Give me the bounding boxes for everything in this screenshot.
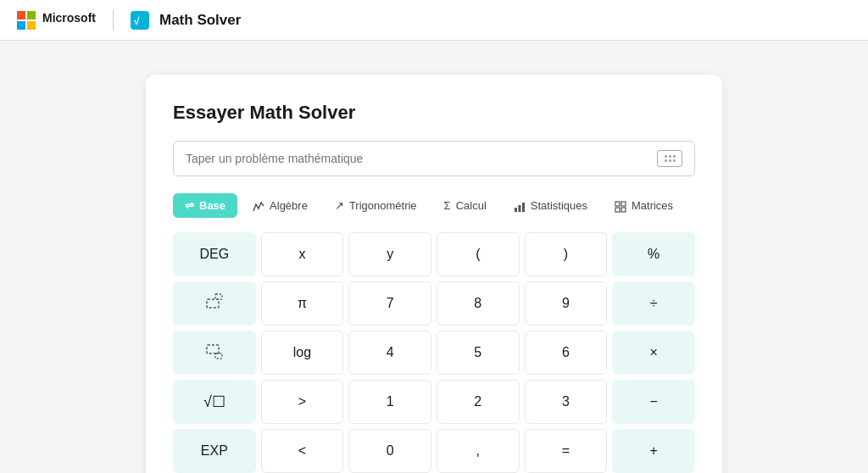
btn-9[interactable]: 9 (525, 281, 608, 326)
svg-rect-3 (27, 21, 36, 30)
btn-comma[interactable]: , (437, 429, 520, 473)
math-input-row (173, 141, 695, 176)
tab-base-icon: ⇌ (185, 199, 194, 212)
btn-y[interactable]: y (348, 232, 431, 276)
btn-percent[interactable]: % (612, 232, 695, 276)
btn-percent-label: % (648, 247, 659, 262)
tab-algebre-icon (253, 199, 264, 213)
svg-rect-10 (615, 208, 620, 212)
tab-base-label: Base (199, 199, 225, 212)
btn-close-paren-label: ) (564, 247, 568, 262)
svg-rect-2 (17, 21, 25, 30)
tab-trigo[interactable]: ↗ Trigonométrie (323, 193, 429, 218)
tab-stats-icon (514, 199, 526, 213)
btn-open-paren[interactable]: ( (437, 232, 520, 276)
btn-equals[interactable]: = (525, 429, 608, 473)
svg-rect-8 (615, 202, 620, 206)
btn-divide[interactable]: ÷ (612, 281, 695, 326)
btn-1-label: 1 (387, 394, 394, 409)
btn-log-label: log (293, 345, 311, 360)
app-title: Math Solver (159, 12, 241, 29)
svg-text:√: √ (134, 15, 140, 27)
btn-plus-label: + (649, 443, 657, 459)
svg-rect-6 (518, 205, 520, 212)
tab-caract[interactable]: ⚙ Caract (688, 193, 695, 218)
btn-subscript[interactable] (173, 331, 256, 375)
btn-minus[interactable]: − (612, 380, 695, 424)
btn-exp[interactable]: EXP (173, 429, 256, 473)
btn-0-label: 0 (387, 443, 394, 459)
tab-stats[interactable]: Statistiques (502, 193, 599, 219)
tab-matrices-label: Matrices (632, 199, 673, 212)
btn-lt-label: < (298, 443, 306, 459)
svg-rect-14 (207, 345, 219, 353)
btn-7[interactable]: 7 (348, 281, 431, 326)
btn-sqrt[interactable]: √☐ (173, 380, 256, 424)
btn-open-paren-label: ( (476, 247, 480, 262)
microsoft-label: Microsoft (42, 11, 96, 30)
svg-rect-1 (27, 11, 36, 19)
btn-4[interactable]: 4 (348, 331, 431, 375)
keyboard-toggle-button[interactable] (657, 150, 682, 167)
btn-pi[interactable]: π (261, 281, 344, 326)
svg-rect-0 (17, 11, 25, 19)
tab-calcul-label: Calcul (456, 199, 487, 212)
btn-log[interactable]: log (261, 331, 344, 375)
btn-4-label: 4 (387, 345, 394, 360)
btn-minus-label: − (649, 394, 657, 409)
svg-rect-7 (522, 203, 525, 212)
btn-multiply[interactable]: × (612, 331, 695, 375)
microsoft-logo: Microsoft (17, 11, 96, 30)
btn-gt-label: > (298, 394, 306, 409)
svg-rect-9 (621, 202, 626, 206)
btn-5-label: 5 (474, 345, 481, 360)
btn-x-label: x (298, 247, 305, 262)
category-tabs: ⇌ Base Algèbre ↗ Trigonométrie Σ Calcul (173, 193, 695, 219)
sqrt-icon: √☐ (203, 392, 225, 411)
btn-equals-label: = (562, 443, 570, 459)
tab-matrices[interactable]: Matrices (603, 193, 685, 219)
svg-rect-11 (621, 208, 626, 212)
calculator-grid: DEG x y ( ) % π 7 8 9 ÷ (173, 232, 695, 473)
btn-superscript[interactable] (173, 281, 256, 326)
btn-8-label: 8 (474, 296, 481, 311)
math-solver-card: Essayer Math Solver ⇌ Base (146, 75, 722, 473)
subscript-icon (203, 340, 225, 365)
superscript-icon (203, 291, 225, 316)
btn-3[interactable]: 3 (525, 380, 608, 424)
btn-lt[interactable]: < (261, 429, 344, 473)
btn-2-label: 2 (474, 394, 481, 409)
tab-base[interactable]: ⇌ Base (173, 193, 237, 218)
btn-5[interactable]: 5 (437, 331, 520, 375)
tab-calcul[interactable]: Σ Calcul (432, 193, 498, 218)
btn-6-label: 6 (562, 345, 570, 360)
btn-7-label: 7 (387, 296, 394, 311)
math-input[interactable] (186, 152, 657, 165)
btn-0[interactable]: 0 (348, 429, 431, 473)
main-content: Essayer Math Solver ⇌ Base (0, 41, 868, 473)
tab-algebre[interactable]: Algèbre (241, 193, 320, 219)
tab-calcul-icon: Σ (444, 199, 451, 212)
svg-rect-5 (515, 208, 517, 212)
btn-gt[interactable]: > (261, 380, 344, 424)
tab-trigo-label: Trigonométrie (349, 199, 417, 212)
btn-close-paren[interactable]: ) (525, 232, 608, 276)
btn-3-label: 3 (562, 394, 570, 409)
btn-divide-label: ÷ (650, 296, 658, 311)
btn-8[interactable]: 8 (437, 281, 520, 326)
btn-deg-label: DEG (199, 247, 229, 262)
card-title: Essayer Math Solver (173, 102, 695, 124)
btn-6[interactable]: 6 (525, 331, 608, 375)
btn-1[interactable]: 1 (348, 380, 431, 424)
btn-pi-label: π (298, 296, 307, 311)
btn-comma-label: , (476, 443, 480, 459)
tab-trigo-icon: ↗ (335, 199, 344, 212)
btn-multiply-label: × (649, 345, 657, 360)
btn-deg[interactable]: DEG (173, 232, 256, 276)
btn-y-label: y (387, 247, 393, 262)
btn-2[interactable]: 2 (437, 380, 520, 424)
tab-algebre-label: Algèbre (270, 199, 308, 212)
btn-plus[interactable]: + (612, 429, 695, 473)
header-divider (113, 10, 114, 31)
btn-x[interactable]: x (261, 232, 344, 276)
